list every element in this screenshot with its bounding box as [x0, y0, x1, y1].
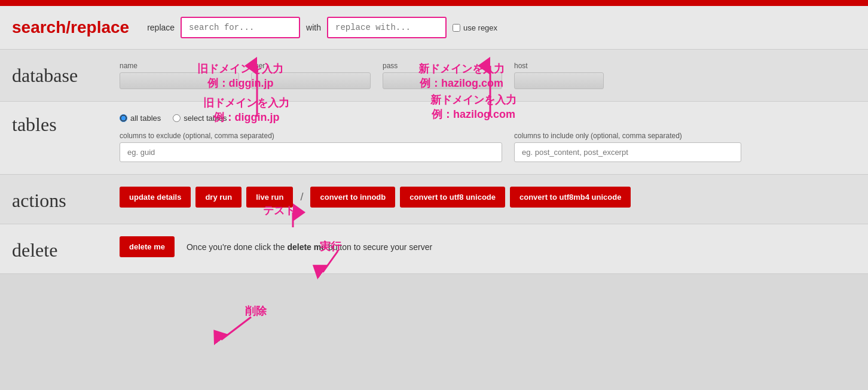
delete-inner: delete me Once you're done click the del…	[120, 236, 856, 257]
delete-content: delete me Once you're done click the del…	[120, 236, 856, 257]
all-tables-radio-label[interactable]: all tables	[120, 114, 161, 123]
delete-section: delete delete me Once you're done click …	[0, 224, 868, 274]
logo: search/replace	[12, 18, 129, 37]
convert-utf8mb4-button[interactable]: convert to utf8mb4 unicode	[510, 187, 631, 208]
select-tables-radio[interactable]	[173, 114, 181, 122]
action-buttons: update details dry run live run / conver…	[120, 187, 856, 208]
db-host-input[interactable]	[514, 72, 604, 89]
all-tables-radio[interactable]	[120, 114, 127, 122]
include-input[interactable]	[514, 142, 741, 162]
db-name-label: name	[120, 62, 239, 70]
logo-search: search	[12, 18, 66, 36]
header: search/replace replace with use regex	[0, 6, 868, 50]
dry-run-button[interactable]: dry run	[195, 187, 242, 208]
delete-description: Once you're done click the delete me but…	[187, 242, 432, 252]
svg-line-6	[221, 317, 251, 340]
search-replace-controls: replace with use regex	[147, 17, 856, 38]
top-bar	[0, 0, 868, 6]
all-tables-label: all tables	[130, 114, 161, 123]
db-host-field: host	[514, 62, 604, 89]
regex-checkbox-label[interactable]: use regex	[453, 23, 497, 32]
live-run-button[interactable]: live run	[246, 187, 293, 208]
convert-innodb-button[interactable]: convert to innodb	[310, 187, 395, 208]
db-pass-label: pass	[383, 62, 502, 70]
logo-slash: /	[66, 18, 71, 36]
replace-label: replace	[147, 23, 175, 32]
search-input[interactable]	[181, 17, 300, 38]
select-tables-label: select tables	[184, 114, 227, 123]
db-user-field: user	[251, 62, 371, 89]
tables-label: tables	[12, 114, 120, 136]
include-label: columns to include only (optional, comma…	[514, 132, 741, 140]
exclude-input[interactable]	[120, 142, 502, 162]
replace-input[interactable]	[327, 17, 447, 38]
regex-checkbox[interactable]	[453, 24, 460, 32]
exclude-label: columns to exclude (optional, comma sepa…	[120, 132, 502, 140]
db-name-field: name	[120, 62, 239, 89]
actions-content: update details dry run live run / conver…	[120, 187, 856, 208]
convert-utf8-button[interactable]: convert to utf8 unicode	[400, 187, 505, 208]
update-details-button[interactable]: update details	[120, 187, 191, 208]
db-name-input[interactable]	[120, 72, 239, 89]
db-host-label: host	[514, 62, 604, 70]
delete-label: delete	[12, 236, 120, 261]
columns-area: columns to exclude (optional, comma sepa…	[120, 132, 856, 162]
db-fields: name user pass host	[120, 62, 856, 89]
tables-content: all tables select tables columns to excl…	[120, 114, 856, 162]
tables-section: tables all tables select tables columns …	[0, 102, 868, 175]
with-label: with	[306, 23, 321, 32]
database-section: database name user pass host	[0, 50, 868, 102]
logo-replace-text: replace	[71, 18, 129, 36]
include-column-group: columns to include only (optional, comma…	[514, 132, 741, 162]
actions-label: actions	[12, 187, 120, 212]
database-label: database	[12, 62, 120, 87]
table-radio-group: all tables select tables	[120, 114, 856, 123]
select-tables-radio-label[interactable]: select tables	[173, 114, 227, 123]
db-pass-input[interactable]	[383, 72, 502, 89]
database-content: name user pass host	[120, 62, 856, 89]
exclude-column-group: columns to exclude (optional, comma sepa…	[120, 132, 502, 162]
slash-divider: /	[300, 191, 303, 203]
actions-section: actions update details dry run live run …	[0, 175, 868, 224]
regex-label: use regex	[463, 23, 497, 32]
db-pass-field: pass	[383, 62, 502, 89]
annotation-delete-text: 削除	[245, 304, 267, 318]
db-user-input[interactable]	[251, 72, 371, 89]
db-user-label: user	[251, 62, 371, 70]
delete-me-button[interactable]: delete me	[120, 236, 175, 257]
